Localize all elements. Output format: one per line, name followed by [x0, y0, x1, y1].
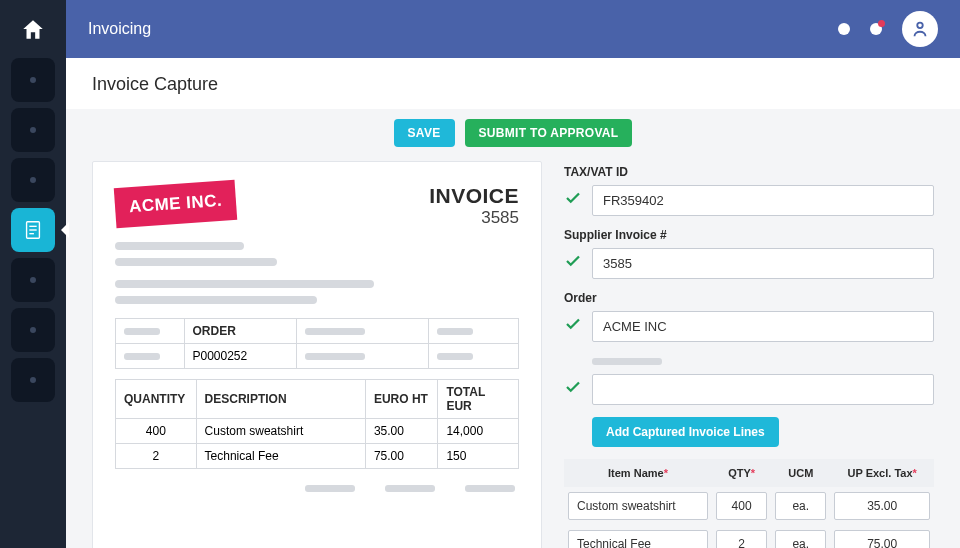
order-header: ORDER — [184, 319, 297, 344]
order-input[interactable] — [592, 311, 934, 342]
lines-table: QUANTITY DESCRIPTION EURO HT TOTAL EUR 4… — [115, 379, 519, 469]
nav-item-5[interactable] — [11, 258, 55, 302]
dot-icon — [30, 127, 36, 133]
up-input[interactable] — [834, 530, 930, 548]
placeholder-line — [115, 242, 244, 250]
tax-input[interactable] — [592, 185, 934, 216]
home-button[interactable] — [11, 8, 55, 52]
submit-approval-button[interactable]: SUBMIT TO APPROVAL — [465, 119, 633, 147]
status-dot-1[interactable] — [838, 23, 850, 35]
supplier-label: Supplier Invoice # — [564, 228, 934, 242]
tax-label: TAX/VAT ID — [564, 165, 934, 179]
top-bar: Invoicing — [66, 0, 960, 58]
placeholder-line — [115, 258, 277, 266]
placeholder-cell — [124, 328, 160, 335]
order-value: P0000252 — [184, 344, 297, 369]
active-caret — [53, 222, 69, 238]
save-button[interactable]: SAVE — [394, 119, 455, 147]
col-item-name: Item Name* — [564, 459, 712, 487]
invoice-number: 3585 — [429, 208, 519, 228]
app-title: Invoicing — [88, 20, 151, 38]
placeholder-cell — [385, 485, 435, 492]
dot-icon — [30, 77, 36, 83]
nav-item-2[interactable] — [11, 108, 55, 152]
check-icon — [564, 378, 582, 401]
placeholder-cell — [305, 328, 365, 335]
dot-icon — [30, 177, 36, 183]
supplier-input[interactable] — [592, 248, 934, 279]
nav-item-invoice[interactable] — [11, 208, 55, 252]
check-icon — [564, 252, 582, 275]
svg-point-4 — [917, 23, 923, 28]
dot-icon — [30, 327, 36, 333]
table-row: 400 Custom sweatshirt 35.00 14,000 — [116, 419, 519, 444]
line-row — [564, 487, 934, 525]
item-name-input[interactable] — [568, 492, 708, 520]
capture-form: TAX/VAT ID Supplier Invoice # Order — [564, 161, 934, 548]
order-table: ORDER P0000252 — [115, 318, 519, 369]
dot-icon — [30, 277, 36, 283]
col-up: UP Excl. Tax* — [830, 459, 934, 487]
placeholder-cell — [437, 328, 473, 335]
col-total: TOTAL EUR — [438, 380, 519, 419]
captured-lines-table: Item Name* QTY* UCM UP Excl. Tax* — [564, 459, 934, 548]
ucm-input[interactable] — [775, 530, 826, 548]
placeholder-line — [115, 296, 317, 304]
placeholder-label — [592, 358, 662, 365]
dot-icon — [30, 377, 36, 383]
check-icon — [564, 315, 582, 338]
page-title: Invoice Capture — [66, 58, 960, 109]
user-avatar[interactable] — [902, 11, 938, 47]
col-qty: QUANTITY — [116, 380, 197, 419]
col-desc: DESCRIPTION — [196, 380, 365, 419]
toolbar: SAVE SUBMIT TO APPROVAL — [66, 109, 960, 161]
nav-item-6[interactable] — [11, 308, 55, 352]
placeholder-cell — [124, 353, 160, 360]
notification-dot[interactable] — [870, 23, 882, 35]
placeholder-cell — [305, 485, 355, 492]
document-icon — [22, 219, 44, 241]
ucm-input[interactable] — [775, 492, 826, 520]
nav-item-1[interactable] — [11, 58, 55, 102]
order-label: Order — [564, 291, 934, 305]
invoice-preview: ACME INC. INVOICE 3585 — [92, 161, 542, 548]
line-row — [564, 525, 934, 548]
qty-input[interactable] — [716, 530, 767, 548]
person-icon — [909, 18, 931, 40]
col-euro: EURO HT — [365, 380, 438, 419]
item-name-input[interactable] — [568, 530, 708, 548]
home-icon — [20, 17, 46, 43]
col-qty: QTY* — [712, 459, 771, 487]
up-input[interactable] — [834, 492, 930, 520]
placeholder-cell — [465, 485, 515, 492]
placeholder-line — [115, 280, 374, 288]
nav-item-3[interactable] — [11, 158, 55, 202]
qty-input[interactable] — [716, 492, 767, 520]
placeholder-cell — [305, 353, 365, 360]
extra-input[interactable] — [592, 374, 934, 405]
invoice-label: INVOICE — [429, 184, 519, 208]
nav-item-7[interactable] — [11, 358, 55, 402]
col-ucm: UCM — [771, 459, 830, 487]
add-lines-button[interactable]: Add Captured Invoice Lines — [592, 417, 779, 447]
placeholder-cell — [437, 353, 473, 360]
check-icon — [564, 189, 582, 212]
company-stamp: ACME INC. — [114, 180, 238, 228]
table-row: 2 Technical Fee 75.00 150 — [116, 444, 519, 469]
sidebar — [0, 0, 66, 548]
